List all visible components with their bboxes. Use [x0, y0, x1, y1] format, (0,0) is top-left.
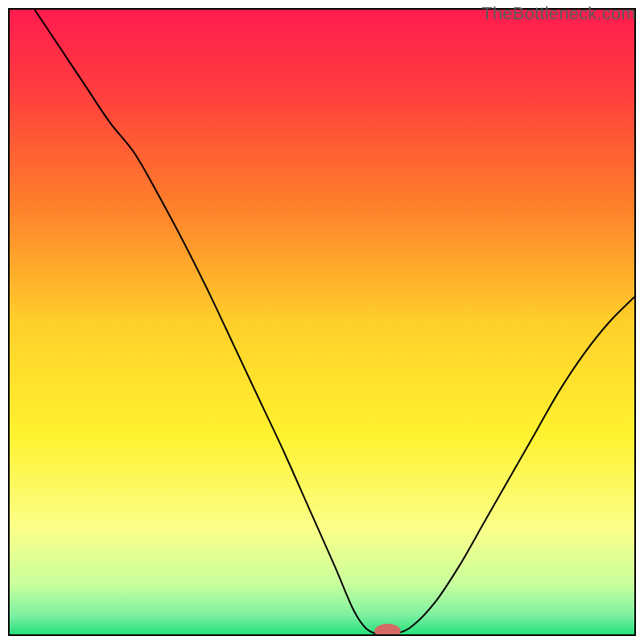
plot-area — [8, 8, 636, 636]
chart-container: TheBottleneck.com — [0, 0, 644, 644]
optimal-marker — [10, 10, 634, 634]
svg-point-1 — [374, 624, 401, 634]
watermark-text: TheBottleneck.com — [481, 3, 636, 24]
